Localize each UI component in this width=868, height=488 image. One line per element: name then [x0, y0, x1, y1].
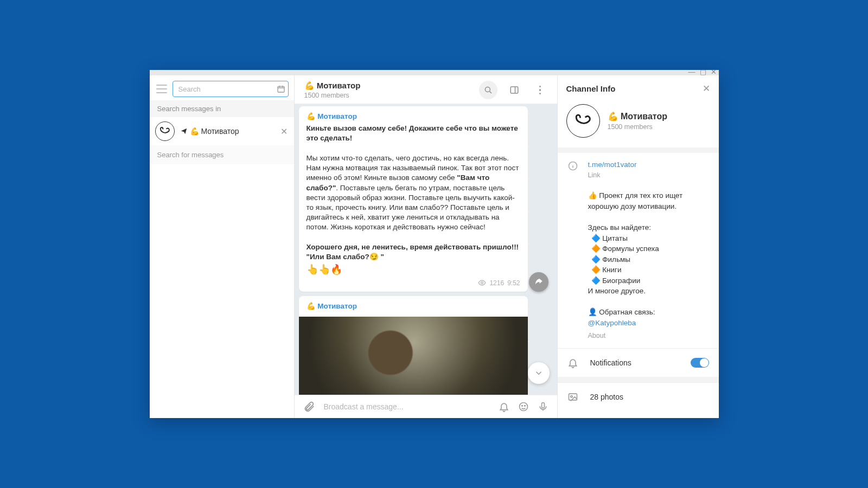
share-button[interactable] — [529, 272, 548, 292]
svg-point-5 — [521, 406, 522, 407]
message-closing-bold: Хорошего дня, не ленитесь, время действо… — [307, 242, 520, 252]
svg-rect-7 — [541, 403, 544, 408]
chat-header-title[interactable]: 💪 Мотиватор — [304, 81, 479, 91]
search-container — [173, 81, 289, 97]
search-messages-label: Search for messages — [150, 145, 294, 164]
svg-point-10 — [570, 395, 572, 397]
message-image[interactable]: ПОДУМАВ — РЕШАЙСЯ, — [299, 317, 528, 395]
message-sender[interactable]: 💪 Мотиватор — [307, 112, 520, 121]
notifications-label: Notifications — [590, 358, 679, 367]
svg-rect-0 — [278, 86, 284, 92]
search-in-chat-button[interactable] — [479, 81, 497, 99]
panel-close-button[interactable]: ✕ — [703, 83, 710, 94]
svg-point-6 — [524, 406, 525, 407]
notifications-row[interactable]: Notifications — [558, 348, 719, 377]
search-scope-label: Search messages in — [150, 100, 294, 117]
panel-divider — [558, 147, 719, 153]
message-meta: 1216 9:52 — [307, 279, 520, 287]
contact-link[interactable]: @Katypohleba — [588, 318, 709, 329]
channel-link[interactable]: t.me/mot1vator — [588, 159, 709, 170]
info-icon — [567, 159, 578, 341]
message-bubble: 💪 Мотиватор ПОДУМАВ — РЕШАЙСЯ, — [299, 296, 528, 395]
panel-title: Channel Info — [566, 84, 616, 93]
link-label: Link — [588, 170, 709, 180]
message-list[interactable]: 💪 Мотиватор Киньте вызов самому себе! До… — [295, 104, 557, 395]
attach-button[interactable] — [303, 401, 315, 413]
emoji-row: 👆👆🔥 — [307, 263, 520, 276]
sidepanel-toggle-button[interactable] — [505, 81, 524, 99]
chat-header-subtitle: 1500 members — [304, 92, 479, 99]
svg-point-1 — [485, 87, 490, 92]
search-scope-chat[interactable]: 💪 Мотиватор ✕ — [150, 117, 294, 145]
message-bubble: 💪 Мотиватор Киньте вызов самому себе! До… — [299, 106, 528, 292]
chat-avatar — [155, 121, 175, 141]
window-controls: — ▢ ✕ — [688, 68, 717, 76]
chat-pane: 💪 Мотиватор 1500 members — [295, 75, 557, 418]
message-time: 9:52 — [507, 279, 520, 287]
views-count: 1216 — [489, 279, 504, 287]
channel-description: 👍 Проект для тех кто ищет хорошую дозу м… — [588, 190, 709, 328]
app-window: — ▢ ✕ Search messages in — [150, 70, 719, 418]
minimize-button[interactable]: — — [688, 68, 695, 76]
left-sidebar: Search messages in 💪 Мотиватор ✕ Search … — [150, 75, 295, 418]
channel-name: 💪 Мотиватор — [608, 111, 668, 121]
channel-members: 1500 members — [608, 123, 668, 131]
views-icon — [478, 279, 486, 287]
svg-point-4 — [519, 403, 527, 411]
message-text-bold: Киньте вызов самому себе! Докажите себе … — [307, 124, 520, 143]
channel-info-panel: Channel Info ✕ 💪 Мотиватор 1500 members — [557, 75, 719, 418]
scroll-down-button[interactable] — [528, 362, 550, 384]
search-input[interactable] — [173, 81, 289, 97]
bell-icon — [567, 357, 578, 368]
message-closing-quote: "Или Вам слабо?😏 " — [307, 252, 520, 262]
message-composer — [295, 395, 557, 418]
message-text: Мы хотим что-то сделать, чего достичь, н… — [307, 154, 519, 232]
svg-rect-2 — [510, 87, 518, 93]
message-input[interactable] — [324, 402, 490, 411]
window-titlebar: — ▢ ✕ — [150, 70, 719, 75]
mute-notifications-button[interactable] — [499, 401, 509, 412]
panel-divider — [558, 377, 719, 382]
maximize-button[interactable]: ▢ — [700, 68, 706, 76]
channel-avatar[interactable] — [566, 104, 600, 138]
chat-header: 💪 Мотиватор 1500 members — [295, 75, 557, 104]
menu-button[interactable] — [156, 85, 167, 93]
emoji-button[interactable] — [518, 401, 529, 412]
voice-message-button[interactable] — [538, 401, 548, 412]
photos-icon — [567, 391, 578, 402]
about-label: About — [588, 331, 709, 341]
svg-point-3 — [481, 282, 483, 284]
message-sender[interactable]: 💪 Мотиватор — [299, 301, 528, 314]
more-menu-button[interactable] — [531, 81, 550, 99]
notifications-toggle[interactable] — [691, 358, 709, 368]
photos-row[interactable]: 28 photos — [558, 382, 719, 411]
photos-count: 28 photos — [590, 393, 624, 401]
clear-scope-button[interactable]: ✕ — [280, 126, 288, 137]
chat-title: 💪 Мотиватор — [180, 127, 239, 136]
close-window-button[interactable]: ✕ — [711, 68, 717, 76]
calendar-icon[interactable] — [277, 85, 285, 93]
channel-icon — [180, 127, 188, 135]
